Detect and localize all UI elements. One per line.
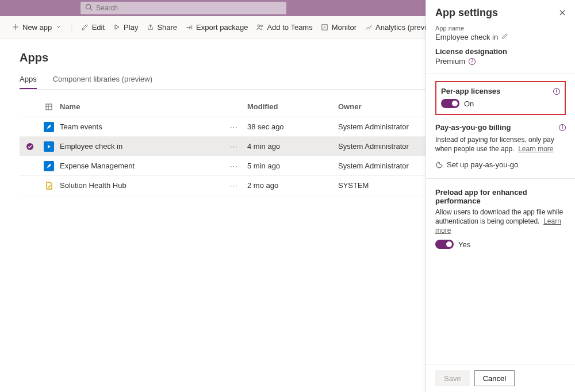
app-icon <box>44 180 54 191</box>
add-to-teams-label: Add to Teams <box>267 23 312 32</box>
app-modified: 4 min ago <box>247 142 338 151</box>
row-more-button[interactable]: ··· <box>230 142 238 151</box>
preload-state: Yes <box>458 240 470 249</box>
svg-point-5 <box>258 25 260 27</box>
chevron-down-icon <box>55 23 63 31</box>
app-modified: 38 sec ago <box>247 122 338 131</box>
app-name-label: App name <box>435 25 566 32</box>
app-icon <box>44 141 54 152</box>
info-icon[interactable]: i <box>553 88 560 95</box>
search-icon <box>85 3 93 13</box>
svg-line-1 <box>90 9 92 10</box>
teams-icon <box>256 23 264 31</box>
per-app-licenses-highlight: Per-app licenses i On <box>435 81 566 115</box>
per-app-licenses-state: On <box>464 99 474 108</box>
app-name: Solution Health Hub <box>57 181 230 190</box>
edit-label: Edit <box>92 23 105 32</box>
preload-title: Preload app for enhanced performance <box>435 188 566 205</box>
row-more-button[interactable]: ··· <box>230 122 238 131</box>
app-name: Employee check in <box>57 142 230 151</box>
app-name-value: Employee check in <box>435 33 498 41</box>
app-modified: 5 min ago <box>247 162 338 170</box>
panel-title: App settings <box>435 7 498 19</box>
monitor-label: Monitor <box>332 23 356 32</box>
plus-icon <box>12 23 20 31</box>
preload-section: Preload app for enhanced performance All… <box>435 188 566 249</box>
play-label: Play <box>124 23 138 32</box>
license-designation-label: License designation <box>435 47 566 56</box>
add-to-teams-button[interactable]: Add to Teams <box>256 23 312 32</box>
column-modified[interactable]: Modified <box>247 102 338 111</box>
new-app-label: New app <box>22 23 52 32</box>
close-icon[interactable] <box>559 9 566 18</box>
cancel-button[interactable]: Cancel <box>474 370 515 386</box>
analytics-icon <box>365 23 373 31</box>
row-selected-indicator[interactable] <box>20 143 40 151</box>
search-input[interactable] <box>96 4 282 12</box>
setup-payg-button[interactable]: Set up pay-as-you-go <box>435 160 566 169</box>
edit-app-name-icon[interactable] <box>501 33 508 41</box>
per-app-licenses-title: Per-app licenses <box>441 87 500 95</box>
search-box[interactable] <box>80 2 286 14</box>
row-more-button[interactable]: ··· <box>230 162 238 170</box>
pencil-icon <box>81 23 89 31</box>
share-button[interactable]: Share <box>146 23 177 32</box>
monitor-button[interactable]: Monitor <box>321 23 356 32</box>
info-icon[interactable]: i <box>469 58 476 65</box>
app-modified: 2 mo ago <box>247 181 338 190</box>
tab-apps[interactable]: Apps <box>20 75 37 89</box>
license-designation-value: Premium <box>435 57 465 66</box>
info-icon[interactable]: i <box>559 124 566 131</box>
column-view-icon[interactable] <box>40 103 57 111</box>
setup-payg-label: Set up pay-as-you-go <box>447 160 518 169</box>
play-icon <box>113 23 121 31</box>
export-label: Export package <box>196 23 248 32</box>
app-name: Expense Management <box>57 162 230 170</box>
row-more-button[interactable]: ··· <box>230 181 238 190</box>
app-icon <box>44 161 54 171</box>
edit-button[interactable]: Edit <box>81 23 105 32</box>
share-icon <box>146 23 154 31</box>
tab-component-libraries[interactable]: Component libraries (preview) <box>53 75 152 89</box>
preload-toggle[interactable] <box>435 240 454 249</box>
pay-as-you-go-section: Pay-as-you-go billing i Instead of payin… <box>435 123 566 169</box>
svg-rect-7 <box>322 24 327 29</box>
per-app-licenses-toggle[interactable] <box>441 99 459 108</box>
payg-title: Pay-as-you-go billing <box>435 123 511 132</box>
new-app-button[interactable]: New app <box>12 23 63 32</box>
svg-rect-9 <box>46 104 52 110</box>
play-button[interactable]: Play <box>113 23 138 32</box>
app-name: Team events <box>57 122 230 131</box>
app-settings-panel: App settings App name Employee check in … <box>425 0 575 392</box>
column-name[interactable]: Name <box>57 102 230 111</box>
monitor-icon <box>321 23 329 31</box>
export-button[interactable]: Export package <box>185 23 248 32</box>
app-icon <box>44 122 54 132</box>
share-label: Share <box>157 23 177 32</box>
svg-point-6 <box>261 25 263 27</box>
panel-footer: Save Cancel <box>426 364 575 392</box>
payg-learn-more-link[interactable]: Learn more <box>518 145 553 153</box>
save-button[interactable]: Save <box>435 370 470 386</box>
svg-point-0 <box>86 5 91 9</box>
export-icon <box>185 23 193 31</box>
